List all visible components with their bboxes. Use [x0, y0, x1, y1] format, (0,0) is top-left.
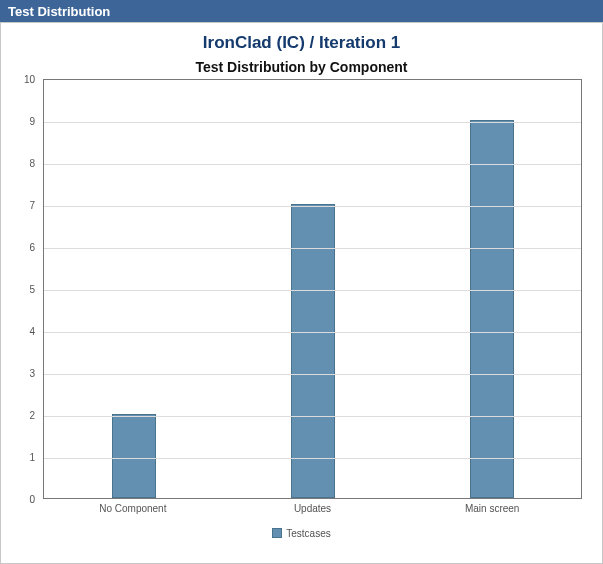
- bar-column: [223, 80, 402, 498]
- bar: [470, 120, 514, 498]
- y-tick-label: 8: [13, 158, 35, 169]
- bars-container: [44, 80, 581, 498]
- panel-header: Test Distribution: [0, 0, 603, 22]
- gridline: [44, 332, 581, 333]
- chart-title: Test Distribution by Component: [13, 59, 590, 75]
- y-tick-label: 2: [13, 410, 35, 421]
- legend-label: Testcases: [286, 528, 330, 539]
- y-axis: 012345678910: [13, 79, 41, 499]
- y-tick-label: 4: [13, 326, 35, 337]
- gridline: [44, 458, 581, 459]
- gridline: [44, 122, 581, 123]
- bar: [112, 414, 156, 498]
- gridline: [44, 290, 581, 291]
- page-title: IronClad (IC) / Iteration 1: [13, 33, 590, 53]
- gridline: [44, 416, 581, 417]
- plot-area: [43, 79, 582, 499]
- panel-header-title: Test Distribution: [8, 4, 110, 19]
- legend: Testcases: [13, 527, 590, 539]
- window: Test Distribution IronClad (IC) / Iterat…: [0, 0, 603, 564]
- bar-column: [44, 80, 223, 498]
- bar-column: [402, 80, 581, 498]
- panel-body: IronClad (IC) / Iteration 1 Test Distrib…: [0, 22, 603, 564]
- gridline: [44, 374, 581, 375]
- y-tick-label: 9: [13, 116, 35, 127]
- y-tick-label: 3: [13, 368, 35, 379]
- legend-swatch-icon: [272, 528, 282, 538]
- gridline: [44, 248, 581, 249]
- x-axis-labels: No ComponentUpdatesMain screen: [43, 499, 582, 514]
- y-tick-label: 0: [13, 494, 35, 505]
- gridline: [44, 206, 581, 207]
- gridline: [44, 164, 581, 165]
- y-tick-label: 6: [13, 242, 35, 253]
- chart: 012345678910 No ComponentUpdatesMain scr…: [13, 79, 590, 521]
- y-tick-label: 7: [13, 200, 35, 211]
- x-tick-label: Updates: [223, 499, 403, 514]
- y-tick-label: 10: [13, 74, 35, 85]
- y-tick-label: 1: [13, 452, 35, 463]
- x-tick-label: No Component: [43, 499, 223, 514]
- y-tick-label: 5: [13, 284, 35, 295]
- x-tick-label: Main screen: [402, 499, 582, 514]
